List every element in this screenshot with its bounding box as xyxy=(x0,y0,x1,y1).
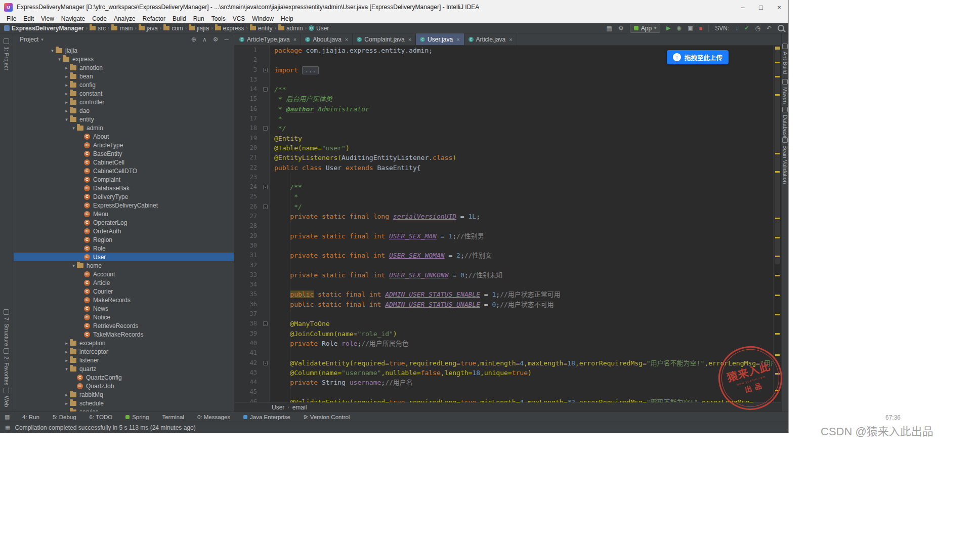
commit-icon[interactable]: ✔ xyxy=(744,25,749,31)
code-line[interactable] xyxy=(270,241,773,251)
tree-item-annotion[interactable]: ▸annotion xyxy=(14,63,234,72)
tree-item-bean[interactable]: ▸bean xyxy=(14,72,234,80)
tree-item-cabinetcell[interactable]: CCabinetCell xyxy=(14,158,234,167)
tab-user-java[interactable]: CUser.java× xyxy=(416,33,464,45)
run-button[interactable]: ▶ xyxy=(666,25,670,31)
tool-stripe-button-spring[interactable]: Spring xyxy=(125,414,149,420)
tree-item-quartzjob[interactable]: CQuartzJob xyxy=(14,382,234,390)
code-line[interactable]: @Entity xyxy=(270,134,773,143)
menu-vcs[interactable]: VCS xyxy=(229,15,249,22)
code-line[interactable]: private String username;//用户名 xyxy=(270,378,773,387)
tree-item-account[interactable]: CAccount xyxy=(14,270,234,278)
tool-stripe-button-4-run[interactable]: 4: Run xyxy=(22,414,39,420)
tool-windows-icon[interactable]: ▦ xyxy=(607,25,612,31)
editor-breadcrumb-item-user[interactable]: User xyxy=(272,404,284,411)
tool-stripe-button-6-todo[interactable]: 6: TODO xyxy=(90,414,113,420)
tree-item-region[interactable]: CRegion xyxy=(14,235,234,244)
tool-stripe-button-bean-validation[interactable]: Bean Validation xyxy=(782,137,788,184)
code-line[interactable]: public class User extends BaseEntity{ xyxy=(270,163,773,173)
code-line[interactable]: private static final long serialVersionU… xyxy=(270,212,773,221)
tree-item-home[interactable]: ▾home xyxy=(14,261,234,270)
tab-about-java[interactable]: CAbout.java× xyxy=(301,33,353,45)
editor-breadcrumb-item-email[interactable]: email xyxy=(292,404,307,411)
fold-collapse-icon[interactable]: - xyxy=(263,185,268,189)
tool-stripe-button-9-version-control[interactable]: 9: Version Control xyxy=(304,414,350,420)
code-line[interactable]: * xyxy=(270,192,773,201)
warning-stripe-mark[interactable] xyxy=(775,256,780,257)
code-line[interactable] xyxy=(270,309,773,319)
tree-item-courier[interactable]: CCourier xyxy=(14,287,234,296)
chevron-right-icon[interactable]: ▸ xyxy=(63,65,70,70)
tree-item-jiajia[interactable]: ▾jiajia xyxy=(14,46,234,55)
warning-stripe-mark[interactable] xyxy=(775,76,780,77)
code-line[interactable] xyxy=(270,387,773,397)
tree-item-news[interactable]: CNews xyxy=(14,304,234,313)
close-icon[interactable]: × xyxy=(456,36,459,43)
tree-item-expressdeliverycabinet[interactable]: CExpressDeliveryCabinet xyxy=(14,201,234,210)
menu-view[interactable]: View xyxy=(37,15,58,22)
chevron-right-icon[interactable]: ▸ xyxy=(63,349,70,354)
tree-item-user[interactable]: CUser xyxy=(14,253,234,261)
tree-item-service[interactable]: ▸service xyxy=(14,407,234,411)
warning-stripe-mark[interactable] xyxy=(775,314,780,315)
warning-stripe-mark[interactable] xyxy=(775,275,780,276)
tool-stripe-button-5-debug[interactable]: 5: Debug xyxy=(53,414,76,420)
tool-stripe-button-2-favorites[interactable]: 2: Favorites xyxy=(0,348,13,385)
tool-stripe-button-terminal[interactable]: Terminal xyxy=(162,414,184,420)
tree-item-express[interactable]: ▾express xyxy=(14,55,234,63)
chevron-right-icon[interactable]: ▸ xyxy=(63,108,70,113)
fold-collapse-icon[interactable]: - xyxy=(263,321,268,326)
code-line[interactable]: private Role role;//用户所属角色 xyxy=(270,339,773,348)
close-icon[interactable]: × xyxy=(293,36,296,43)
chevron-right-icon[interactable]: ▸ xyxy=(63,392,70,397)
tool-stripe-button-7-structure[interactable]: 7: Structure xyxy=(0,309,13,346)
chevron-right-icon[interactable]: ▸ xyxy=(63,91,70,96)
code-line[interactable]: /** xyxy=(270,182,773,192)
tree-item-baseentity[interactable]: CBaseEntity xyxy=(14,149,234,158)
rollback-icon[interactable]: ↶ xyxy=(766,25,772,32)
warning-stripe-mark[interactable] xyxy=(775,171,780,173)
fold-collapse-icon[interactable]: - xyxy=(263,361,268,365)
fold-collapse-icon[interactable]: - xyxy=(263,126,268,131)
tree-item-articletype[interactable]: CArticleType xyxy=(14,141,234,149)
tree-item-operaterlog[interactable]: COperaterLog xyxy=(14,218,234,227)
tree-item-cabinetcelldto[interactable]: CCabinetCellDTO xyxy=(14,167,234,175)
fold-expand-icon[interactable]: + xyxy=(263,68,268,72)
debug-button[interactable]: ◉ xyxy=(677,25,682,31)
breadcrumb-item-user[interactable]: CUser xyxy=(309,25,329,32)
tree-item-exception[interactable]: ▸exception xyxy=(14,339,234,347)
code-line[interactable]: public static final int ADMIN_USER_STATU… xyxy=(270,300,773,309)
breadcrumb-item-jiajia[interactable]: jiajia xyxy=(189,25,209,32)
code-line[interactable]: private static final int USER_SEX_UNKONW… xyxy=(270,270,773,280)
tree-item-schedule[interactable]: ▸schedule xyxy=(14,399,234,407)
warning-stripe-mark[interactable] xyxy=(775,295,780,296)
chevron-down-icon[interactable]: ▾ xyxy=(49,48,56,53)
chevron-down-icon[interactable]: ▾ xyxy=(63,366,70,372)
tab-articletype-java[interactable]: CArticleType.java× xyxy=(235,33,301,45)
menu-run[interactable]: Run xyxy=(190,15,208,22)
tree-item-menu[interactable]: CMenu xyxy=(14,210,234,218)
warning-stripe-mark[interactable] xyxy=(775,153,780,154)
code-line[interactable] xyxy=(270,75,773,85)
warning-stripe-mark[interactable] xyxy=(775,62,780,63)
tree-item-databasebak[interactable]: CDatabaseBak xyxy=(14,184,234,192)
breadcrumb-item-java[interactable]: java xyxy=(139,25,158,32)
locate-file-icon[interactable]: ⊕ xyxy=(191,36,196,43)
tool-stripe-button-java-enterprise[interactable]: Java Enterprise xyxy=(243,414,290,420)
code-line[interactable]: @JoinColumn(name="role_id") xyxy=(270,329,773,339)
settings-gear-icon[interactable]: ⚙ xyxy=(213,36,219,43)
tree-item-controller[interactable]: ▸controller xyxy=(14,98,234,106)
settings-wrench-icon[interactable]: ⚙ xyxy=(618,25,624,31)
code-editor[interactable]: 123+1314-15161718-192021222324-2526-2728… xyxy=(234,46,781,402)
warning-stripe-mark[interactable] xyxy=(775,218,780,219)
tool-stripe-button-maven[interactable]: Maven xyxy=(782,79,788,104)
tree-item-article[interactable]: CArticle xyxy=(14,278,234,287)
code-line[interactable]: import ... xyxy=(270,65,773,75)
menu-refactor[interactable]: Refactor xyxy=(139,15,169,22)
code-line[interactable]: @ValidateEntity(required=true,requiredLe… xyxy=(270,397,773,402)
warning-stripe-mark[interactable] xyxy=(775,94,780,96)
code-line[interactable] xyxy=(270,280,773,290)
breadcrumb-item-admin[interactable]: admin xyxy=(278,25,303,32)
menu-code[interactable]: Code xyxy=(89,15,110,22)
code-line[interactable]: private static final int USER_SEX_WOMAN … xyxy=(270,251,773,260)
